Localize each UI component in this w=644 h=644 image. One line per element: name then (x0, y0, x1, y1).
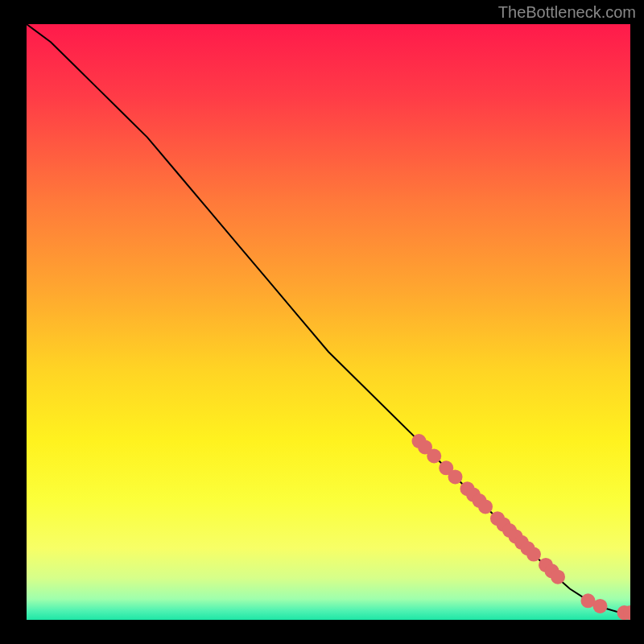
data-point-marker (526, 547, 541, 562)
attribution-text: TheBottleneck.com (498, 3, 636, 22)
data-point-marker (593, 599, 608, 613)
data-point-marker (551, 570, 565, 584)
data-point-marker (478, 499, 493, 514)
data-point-marker (427, 449, 441, 464)
gradient-background (27, 24, 630, 620)
chart-svg (27, 24, 630, 620)
data-point-marker (448, 469, 463, 484)
chart-area (27, 24, 630, 620)
